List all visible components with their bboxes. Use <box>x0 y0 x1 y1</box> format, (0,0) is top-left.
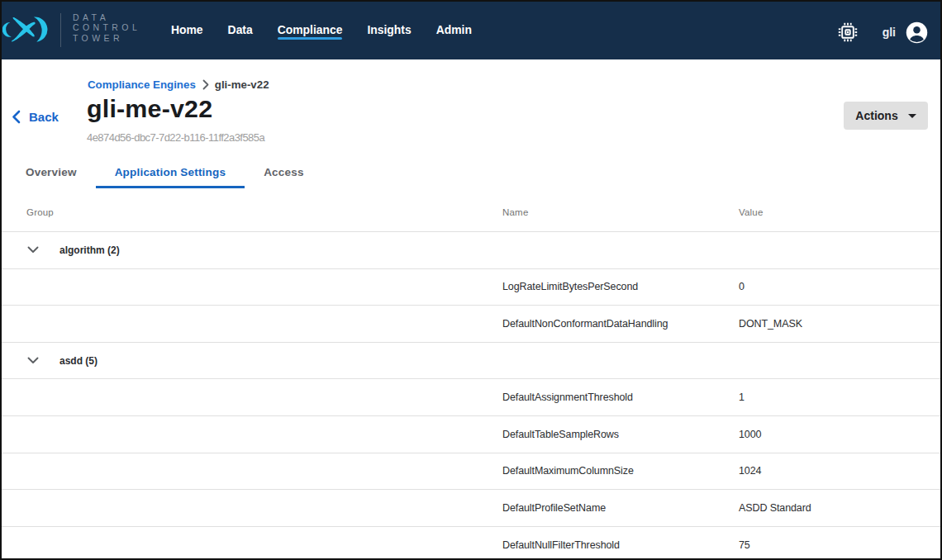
chevron-down-icon[interactable] <box>27 246 39 254</box>
group-row-asdd[interactable]: asdd (5) <box>0 343 942 380</box>
group-label: algorithm (2) <box>59 244 120 256</box>
back-label: Back <box>29 110 59 124</box>
setting-value: 1000 <box>739 429 942 440</box>
cpu-chip-icon[interactable] <box>838 22 858 42</box>
table-header-row: Group Name Value <box>0 198 942 232</box>
group-row-algorithm[interactable]: algorithm (2) <box>0 232 942 269</box>
setting-value: 0 <box>739 281 942 292</box>
brand-wordmark: DATA CONTROL TOWER <box>73 12 140 43</box>
nav-item-compliance[interactable]: Compliance <box>265 0 355 59</box>
tab-application-settings[interactable]: Application Settings <box>96 160 245 188</box>
setting-value: 1 <box>739 392 942 403</box>
chevron-down-icon[interactable] <box>27 357 39 364</box>
nav-item-data[interactable]: Data <box>216 0 265 59</box>
back-button[interactable]: Back <box>12 108 59 125</box>
chevron-right-icon <box>202 79 209 90</box>
application-settings-table: Group Name Value algorithm (2) LogRateLi… <box>0 198 942 560</box>
breadcrumb-compliance-engines[interactable]: Compliance Engines <box>88 78 196 91</box>
setting-name: DefaultNullFilterThreshold <box>502 539 739 551</box>
setting-value: 75 <box>739 539 942 551</box>
setting-name: DefaultAssignmentThreshold <box>502 392 739 403</box>
username-label: gli <box>883 26 896 39</box>
setting-value: ASDD Standard <box>739 502 942 514</box>
brand-line-3: TOWER <box>73 33 140 43</box>
account-circle-icon[interactable] <box>906 21 928 44</box>
setting-value: 1024 <box>739 465 942 477</box>
setting-name: DefaultTableSampleRows <box>502 429 739 440</box>
nav-item-admin[interactable]: Admin <box>424 0 484 59</box>
cell-group: algorithm (2) <box>0 244 502 256</box>
engine-uuid: 4e874d56-dbc7-7d22-b116-11ff2a3f585a <box>87 131 264 144</box>
topbar-right: gli <box>838 2 942 62</box>
column-header-name: Name <box>502 207 739 217</box>
setting-name: DefaultMaximumColumnSize <box>502 465 739 477</box>
setting-name: DefaultProfileSetName <box>502 502 739 514</box>
dct-infinity-logo-icon <box>2 17 50 44</box>
table-row: DefaultMaximumColumnSize 1024 <box>0 453 942 491</box>
tab-access[interactable]: Access <box>245 160 323 188</box>
table-row: DefaultProfileSetName ASDD Standard <box>0 490 942 527</box>
group-label: asdd (5) <box>59 355 98 367</box>
nav-item-home[interactable]: Home <box>159 0 216 59</box>
actions-button[interactable]: Actions <box>844 102 928 130</box>
column-header-value: Value <box>739 207 942 217</box>
table-row: DefaultAssignmentThreshold 1 <box>0 379 942 416</box>
table-row: DefaultNullFilterThreshold 75 <box>0 527 942 560</box>
chevron-left-icon <box>12 110 21 124</box>
setting-name: DefaultNonConformantDataHandling <box>502 318 739 330</box>
brand-line-1: DATA <box>73 12 140 22</box>
top-navigation-bar: DATA CONTROL TOWER Home Data Compliance … <box>0 0 942 59</box>
column-header-group: Group <box>0 207 502 217</box>
setting-name: LogRateLimitBytesPerSecond <box>502 281 739 292</box>
table-row: LogRateLimitBytesPerSecond 0 <box>0 269 942 306</box>
breadcrumb: Compliance Engines gli-me-v22 <box>88 78 269 91</box>
cell-group: asdd (5) <box>0 355 502 367</box>
page-title: gli-me-v22 <box>87 94 212 123</box>
setting-value: DONT_MASK <box>739 318 942 330</box>
dropdown-caret-icon <box>908 114 916 118</box>
main-nav: Home Data Compliance Insights Admin <box>159 0 484 59</box>
breadcrumb-current: gli-me-v22 <box>215 78 269 91</box>
brand-divider <box>60 13 61 47</box>
tab-bar: Overview Application Settings Access <box>7 160 323 188</box>
table-row: DefaultNonConformantDataHandling DONT_MA… <box>0 306 942 343</box>
brand-line-2: CONTROL <box>73 22 140 32</box>
crumb-separator <box>202 79 209 90</box>
tab-overview[interactable]: Overview <box>7 160 96 188</box>
brand: DATA CONTROL TOWER <box>0 0 140 59</box>
actions-label: Actions <box>855 109 897 122</box>
nav-item-insights[interactable]: Insights <box>354 0 423 59</box>
table-row: DefaultTableSampleRows 1000 <box>0 416 942 453</box>
